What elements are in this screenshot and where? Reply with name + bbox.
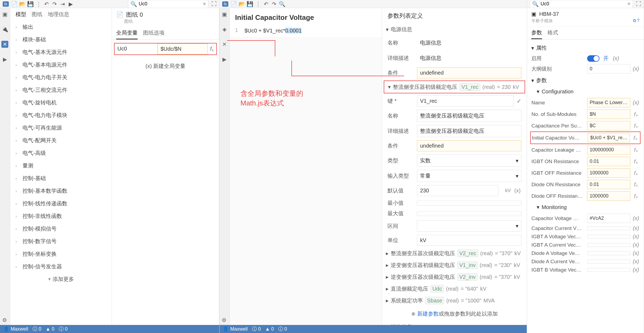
tree-item[interactable]: ›量测 <box>10 159 112 172</box>
tree-item[interactable]: ›控制-数字信号 <box>10 235 112 248</box>
collapsed-param-row[interactable]: ▸系统额定功率 Sbase (real) = "1000" MVA <box>382 295 527 306</box>
monitor-value[interactable] <box>587 260 630 264</box>
tools-icon[interactable]: ✕ <box>1 41 8 48</box>
config-value[interactable]: $C <box>587 121 630 130</box>
info-count[interactable]: ⓘ 0 <box>32 326 41 332</box>
monitor-value[interactable] <box>587 251 630 255</box>
new-file-icon[interactable]: 📄 <box>232 2 236 6</box>
monitor-value[interactable] <box>587 243 630 247</box>
new-global-var[interactable]: (x) 新建全局变量 <box>112 58 219 74</box>
tab-model[interactable]: 模型 <box>16 11 26 18</box>
search-box-right[interactable]: 🔍 ✕ <box>530 0 633 8</box>
config-value[interactable]: 0.01 <box>587 157 630 166</box>
new-param-row[interactable]: ⊕ 新建参数或拖放参数到此处以添加 <box>382 306 527 321</box>
tab-sheet-options[interactable]: 图纸选项 <box>143 29 164 39</box>
x-icon[interactable]: (x) <box>632 225 639 231</box>
tools-icon[interactable]: ✕ <box>221 41 228 48</box>
tree-item[interactable]: ›模块-基础 <box>10 33 112 46</box>
fx-icon[interactable]: fₓ <box>632 123 639 129</box>
open-folder-icon[interactable]: 📂 <box>20 2 25 6</box>
diamond-icon[interactable]: ◈ <box>221 26 228 33</box>
config-value[interactable]: $Uc0 + $V1_re… <box>588 133 630 142</box>
monitor-value[interactable] <box>587 226 630 230</box>
clear-search-icon[interactable]: ✕ <box>203 1 206 6</box>
tree-item[interactable]: ›输出 <box>10 21 112 33</box>
config-value[interactable]: 100000000 <box>587 145 630 155</box>
info2-count[interactable]: ⓘ 0 <box>59 326 68 332</box>
select-range[interactable]: ▾ <box>417 220 521 232</box>
info2-count[interactable]: ⓘ 0 <box>278 326 287 332</box>
config-value[interactable]: 1000000 <box>587 191 630 201</box>
redo-icon[interactable]: ↷ <box>52 2 57 6</box>
tree-item[interactable]: ›控制-线性传递函数 <box>10 197 112 210</box>
input-pname[interactable]: 整流侧变压器初级额定电压 <box>417 110 521 122</box>
x-icon[interactable]: (x) <box>632 66 639 72</box>
fx-icon[interactable]: fₓ <box>632 170 639 176</box>
box-icon[interactable]: ▣ <box>221 11 228 18</box>
input-key[interactable]: V1_rec <box>417 96 514 107</box>
find-icon[interactable]: 🔍 <box>280 2 285 6</box>
select-input-type[interactable]: 常量▾ <box>417 170 521 182</box>
more-icon[interactable]: ⋮ <box>256 2 261 6</box>
search-box[interactable]: 🔍 ✕ <box>128 0 208 8</box>
collapsed-param-row[interactable]: ▸逆变侧变压器初级额定电压 V1_inv (real) = "230" kV <box>382 259 527 271</box>
tree-item[interactable]: ›电气-高级 <box>10 147 112 159</box>
fx-icon[interactable]: (x) <box>632 100 639 106</box>
input-min[interactable] <box>417 201 521 206</box>
config-value[interactable]: 1000000 <box>587 168 630 178</box>
tree-item[interactable]: ›电气-基本电源元件 <box>10 58 112 71</box>
tree-item[interactable]: ›电气-配网开关 <box>10 134 112 147</box>
module-info-row[interactable]: ▸ 模块信息 <box>382 321 527 325</box>
x-icon[interactable]: (x) <box>632 267 639 273</box>
fx-icon[interactable]: fₓ <box>632 193 639 199</box>
input-pcond[interactable]: undefined <box>417 140 521 151</box>
tree-item[interactable]: ›控制-坐标变换 <box>10 248 112 260</box>
x-icon[interactable]: (x) <box>612 55 619 61</box>
tree-item[interactable]: ›电气-电力电子开关 <box>10 71 112 84</box>
expanded-param-row[interactable]: ▾ 整流侧变压器初级额定电压 V1_rec (real) = 230 kV <box>384 80 525 93</box>
play-icon[interactable]: ▶ <box>1 56 8 63</box>
x-icon[interactable]: (x) <box>632 242 639 248</box>
input-unit[interactable]: kV <box>417 235 521 246</box>
fx-icon[interactable]: fₓ <box>632 158 639 165</box>
settings-gear-icon[interactable]: ⚙ <box>222 317 226 323</box>
tree-item[interactable]: ›电气-可再生能源 <box>10 122 112 134</box>
fx-icon[interactable]: fₓ <box>632 147 639 153</box>
save-icon[interactable]: 💾 <box>28 2 33 6</box>
input-max[interactable] <box>417 211 521 216</box>
tree-item[interactable]: ›控制-基本数学函数 <box>10 185 112 197</box>
plug-icon[interactable]: 🔌 <box>1 26 8 33</box>
fullscreen-icon[interactable]: ⛶ <box>212 2 217 6</box>
collapsed-param-row[interactable]: ▸逆变侧变压器次级额定电压 V2_inv (real) = "370" kV <box>382 271 527 283</box>
x-icon[interactable]: (x) <box>632 258 639 265</box>
input-default[interactable]: 230 <box>417 185 498 196</box>
collapsed-param-row[interactable]: ▸整流侧变压器次级额定电压 V2_rec (real) = "370" kV <box>382 247 527 259</box>
tab-params[interactable]: 参数 <box>531 29 542 39</box>
new-param-link[interactable]: 新建参数 <box>417 311 439 317</box>
copy-icon[interactable]: ⧉ <box>633 18 636 23</box>
search-input[interactable] <box>540 1 625 7</box>
tab-format[interactable]: 格式 <box>547 29 558 39</box>
run-icon[interactable]: ▶ <box>68 2 73 6</box>
fx-icon[interactable]: fₓ <box>632 111 639 118</box>
global-var-row[interactable]: Uc0 $Udc/$N fₓ <box>114 43 217 55</box>
settings-gear-icon[interactable]: ⚙ <box>2 317 7 323</box>
toggle-enable[interactable] <box>587 55 599 62</box>
section-params[interactable]: ▾参数 <box>531 75 639 86</box>
monitor-value[interactable]: #VcA2 <box>587 214 630 223</box>
tree-item[interactable]: ›控制-非线性函数 <box>10 210 112 222</box>
more-icon[interactable]: ⋮ <box>36 2 41 6</box>
code-line[interactable]: 1 $Uc0 + $V1_rec*0.0001 <box>230 24 382 37</box>
add-more[interactable]: + 添加更多 <box>10 273 112 286</box>
tree-item[interactable]: ›电气-旋转电机 <box>10 96 112 109</box>
clear-search-icon[interactable]: ✕ <box>627 1 631 6</box>
fx-icon[interactable]: fₓ <box>632 135 639 141</box>
select-ptype[interactable]: 实数▾ <box>417 155 521 167</box>
warn-count[interactable]: ▲ 0 <box>46 326 54 332</box>
undo-icon[interactable]: ↶ <box>264 2 269 6</box>
info-count[interactable]: ⓘ 0 <box>252 326 261 332</box>
var-name[interactable]: Uc0 <box>115 43 158 54</box>
fx-icon[interactable]: fₓ <box>632 181 639 188</box>
redo-icon[interactable]: ↷ <box>272 2 277 6</box>
x-icon[interactable]: (x) <box>632 233 639 240</box>
